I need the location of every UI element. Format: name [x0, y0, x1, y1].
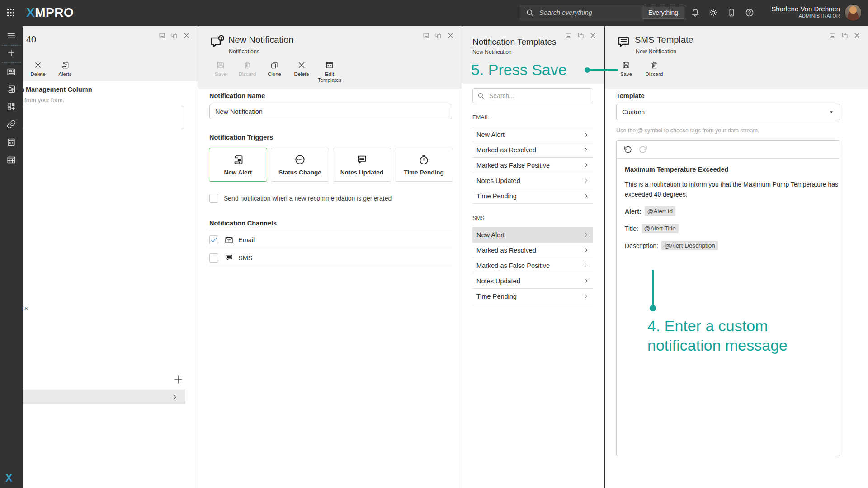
- tag-chip-alert-title[interactable]: @Alert Title: [642, 224, 679, 233]
- clone-button[interactable]: Clone: [260, 61, 289, 77]
- scroll-icon: [61, 61, 70, 70]
- sidebar-separator: [2, 45, 21, 46]
- trigger-card-status-change[interactable]: Status Change: [271, 148, 329, 182]
- scroll-icon: [232, 154, 244, 166]
- expand-row-bar[interactable]: [23, 390, 185, 404]
- left-sidebar: X: [0, 25, 23, 488]
- global-search-input[interactable]: Search everything Everything: [520, 5, 686, 20]
- notification-name-label: Notification Name: [209, 92, 265, 99]
- channel-row-sms: SMS: [209, 249, 452, 267]
- template-item[interactable]: New Alert: [472, 127, 593, 142]
- add-row-button[interactable]: [173, 374, 184, 385]
- envelope-icon: [224, 235, 234, 245]
- sidebar-add-button[interactable]: [6, 48, 16, 58]
- mobile-app-button[interactable]: [726, 8, 736, 18]
- template-item[interactable]: Time Pending: [472, 289, 593, 304]
- logo-x: X: [26, 5, 35, 19]
- scroll-icon: [6, 84, 16, 94]
- template-item[interactable]: Marked as False Positive: [472, 158, 593, 173]
- user-menu[interactable]: Sharlene Von Drehnen ADMINISTRATOR: [771, 5, 840, 19]
- close-icon[interactable]: [447, 32, 454, 39]
- editor-content[interactable]: Maximum Temperature Exceeded This is a n…: [617, 159, 840, 265]
- xmpro-logo: XMPRO: [26, 5, 74, 20]
- redo-icon[interactable]: [638, 145, 647, 154]
- chevron-right-icon: [583, 192, 590, 199]
- template-item[interactable]: Notes Updated: [472, 273, 593, 289]
- dock-window-icon[interactable]: [422, 32, 430, 39]
- trigger-card-new-alert[interactable]: New Alert: [209, 148, 267, 182]
- alerts-button[interactable]: Alerts: [51, 61, 80, 77]
- template-item[interactable]: Marked as Resolved: [472, 243, 593, 258]
- restore-window-icon[interactable]: [577, 32, 585, 39]
- recommendation-label: Send notification when a new recommendat…: [224, 195, 392, 202]
- notification-name-input[interactable]: New Notification: [209, 104, 452, 119]
- notification-channels-label: Notification Channels: [209, 220, 277, 227]
- template-item-selected[interactable]: New Alert: [472, 227, 593, 243]
- sms-checkbox[interactable]: [209, 253, 218, 263]
- template-item[interactable]: Marked as Resolved: [472, 142, 593, 158]
- dock-window-icon[interactable]: [158, 32, 166, 39]
- chat-lines-icon: [224, 253, 234, 263]
- caret-down-icon: [829, 109, 834, 115]
- message-field-title: Title: @Alert Title: [625, 224, 831, 233]
- search-scope-button[interactable]: Everything: [642, 7, 684, 19]
- trigger-card-notes-updated[interactable]: Notes Updated: [333, 148, 391, 182]
- panel1-title: 40: [26, 34, 36, 45]
- panel2-window-controls: [422, 32, 454, 39]
- sidebar-item-connections[interactable]: [6, 119, 16, 129]
- delete-button[interactable]: Delete: [24, 61, 52, 77]
- undo-icon[interactable]: [623, 145, 632, 154]
- notifications-bell-button[interactable]: [690, 8, 700, 18]
- template-hint: Use the @ symbol to choose tags from you…: [616, 127, 759, 134]
- sidebar-item-alerts[interactable]: [6, 84, 16, 94]
- sidebar-item-screens[interactable]: [6, 67, 16, 77]
- restore-window-icon[interactable]: [841, 32, 849, 39]
- search-placeholder: Search everything: [539, 9, 592, 16]
- close-icon[interactable]: [589, 32, 597, 39]
- tag-chip-alert-id[interactable]: @Alert Id: [645, 206, 675, 216]
- edit-templates-button[interactable]: Edit Templates: [314, 61, 345, 83]
- sidebar-separator: [2, 62, 21, 63]
- tag-chip-alert-description[interactable]: @Alert Description: [661, 241, 718, 250]
- sidebar-item-tables[interactable]: [6, 155, 16, 165]
- restore-window-icon[interactable]: [434, 32, 442, 39]
- chevron-right-icon: [583, 131, 590, 138]
- template-search-input[interactable]: Search...: [472, 88, 593, 103]
- trigger-card-time-pending[interactable]: Time Pending: [395, 148, 453, 182]
- close-icon[interactable]: [853, 32, 861, 39]
- restore-window-icon[interactable]: [170, 32, 178, 39]
- channel-row-email: Email: [209, 231, 452, 249]
- message-editor[interactable]: Maximum Temperature Exceeded This is a n…: [616, 140, 840, 456]
- recommendation-checkbox[interactable]: [209, 194, 218, 203]
- discard-button[interactable]: Discard: [640, 61, 669, 77]
- delete-button[interactable]: Delete: [287, 61, 316, 77]
- clipped-section-heading: n Management Column: [23, 86, 92, 93]
- apps-grid-icon: [5, 7, 16, 18]
- discard-button[interactable]: Discard: [233, 61, 262, 77]
- save-button[interactable]: Save: [206, 61, 235, 77]
- user-name: Sharlene Von Drehnen: [771, 5, 840, 13]
- template-item[interactable]: Marked as False Positive: [472, 258, 593, 273]
- template-select[interactable]: Custom: [616, 104, 840, 120]
- app-launcher-button[interactable]: [5, 7, 16, 18]
- email-checkbox[interactable]: [209, 235, 218, 244]
- trash-icon: [650, 61, 659, 70]
- settings-button[interactable]: [708, 8, 718, 18]
- dock-window-icon[interactable]: [565, 32, 572, 39]
- template-item[interactable]: Time Pending: [472, 188, 593, 204]
- ellipsis-circle-icon: [294, 154, 306, 166]
- table-icon: [6, 155, 16, 165]
- dock-window-icon[interactable]: [829, 32, 836, 39]
- form-icon: [6, 137, 16, 147]
- template-label: Template: [616, 92, 645, 99]
- avatar[interactable]: [844, 4, 862, 21]
- sidebar-item-forms[interactable]: [6, 137, 16, 147]
- clipped-input-field[interactable]: [23, 106, 184, 129]
- sidebar-item-widgets[interactable]: [6, 102, 16, 112]
- template-item[interactable]: Notes Updated: [472, 173, 593, 188]
- sidebar-menu-button[interactable]: [6, 31, 16, 41]
- link-icon: [6, 119, 16, 129]
- save-button[interactable]: Save: [612, 61, 641, 77]
- help-button[interactable]: [745, 8, 755, 18]
- close-icon[interactable]: [183, 32, 190, 39]
